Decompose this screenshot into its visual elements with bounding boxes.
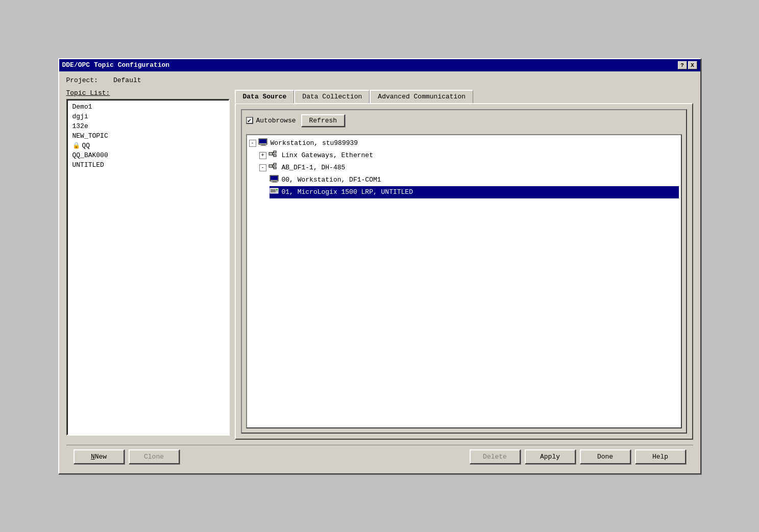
computer-icon <box>258 138 268 148</box>
lock-icon: 🔒 <box>72 142 80 149</box>
topic-item-qq[interactable]: 🔒 QQ <box>68 141 228 150</box>
svg-rect-21 <box>276 191 278 192</box>
footer-row: NNew Clone Delete Apply Done Help <box>66 445 693 468</box>
main-content: Topic List: Demo1 dgji 132e NEW_TOPIC 🔒 … <box>66 89 693 440</box>
svg-rect-16 <box>273 181 277 182</box>
clone-button[interactable]: Clone <box>129 449 180 464</box>
ws-df1-label: 00, Workstation, DF1-COM1 <box>282 176 381 184</box>
delete-button[interactable]: Delete <box>470 449 521 464</box>
tree-node-workstation[interactable]: - Workstation, stu989939 <box>249 137 679 149</box>
svg-rect-9 <box>269 165 273 167</box>
tab-data-source[interactable]: Data Source <box>235 90 295 104</box>
apply-button[interactable]: Apply <box>525 449 576 464</box>
micrologix-label: 01, MicroLogix 1500 LRP, UNTITLED <box>282 188 413 196</box>
plc-icon <box>270 187 280 197</box>
topic-item-dgji[interactable]: dgji <box>68 112 228 121</box>
autobrowse-text: Autobrowse <box>256 117 296 124</box>
monitor-icon-ws <box>270 175 280 185</box>
topic-item-qq-bak[interactable]: QQ_BAK000 <box>68 150 228 160</box>
title-bar-buttons: ? X <box>678 61 697 69</box>
title-bar: DDE/OPC Topic Configuration ? X <box>59 59 700 71</box>
help-title-button[interactable]: ? <box>678 61 687 69</box>
linx-label: Linx Gateways, Ethernet <box>282 151 373 159</box>
tree-node-micrologix[interactable]: 01, MicroLogix 1500 LRP, UNTITLED <box>270 186 679 198</box>
abdf1-label: AB_DF1-1, DH-485 <box>282 164 346 171</box>
svg-rect-11 <box>274 167 276 169</box>
svg-rect-1 <box>259 139 266 143</box>
window-title: DDE/OPC Topic Configuration <box>62 61 170 69</box>
autobrowse-row: ✔ Autobrowse Refresh <box>246 114 682 127</box>
help-label: Help <box>652 453 668 461</box>
svg-rect-15 <box>271 176 278 180</box>
expander-workstation[interactable]: - <box>249 140 256 147</box>
topic-list-label: Topic List: <box>66 89 230 97</box>
project-row: Project: Default <box>66 77 693 84</box>
close-title-button[interactable]: X <box>688 61 697 69</box>
expander-linx[interactable]: + <box>259 152 266 159</box>
network-icon-linx <box>268 150 280 161</box>
help-button[interactable]: Help <box>635 449 686 464</box>
tab-inner: ✔ Autobrowse Refresh - <box>241 109 687 434</box>
svg-rect-10 <box>274 163 276 165</box>
autobrowse-checkbox[interactable]: ✔ <box>246 117 253 124</box>
project-value: Default <box>113 77 141 84</box>
main-window: DDE/OPC Topic Configuration ? X Project:… <box>58 58 701 474</box>
workstation-label: Workstation, stu989939 <box>271 139 358 147</box>
refresh-button[interactable]: Refresh <box>301 114 346 127</box>
svg-rect-5 <box>274 151 276 153</box>
network-icon-abdf1 <box>268 163 280 173</box>
footer-right: Delete Apply Done Help <box>470 449 686 464</box>
svg-rect-17 <box>272 182 278 183</box>
project-label: Project: <box>66 77 98 84</box>
svg-rect-4 <box>269 153 273 155</box>
tree-node-ws-df1[interactable]: 00, Workstation, DF1-COM1 <box>270 174 679 186</box>
done-button[interactable]: Done <box>580 449 631 464</box>
svg-rect-3 <box>260 145 266 146</box>
tree-node-linx[interactable]: + Linx <box>259 149 679 162</box>
svg-rect-19 <box>271 189 276 192</box>
svg-rect-20 <box>276 189 278 190</box>
topic-item-132e[interactable]: 132e <box>68 121 228 131</box>
done-label: Done <box>597 453 613 461</box>
topic-item-new-topic[interactable]: NEW_TOPIC <box>68 131 228 141</box>
tab-content-data-source: ✔ Autobrowse Refresh - <box>235 103 693 440</box>
autobrowse-label[interactable]: ✔ Autobrowse <box>246 117 296 124</box>
tab-data-collection[interactable]: Data Collection <box>294 90 370 104</box>
footer-left: NNew Clone <box>74 449 180 464</box>
tab-advanced-communication[interactable]: Advanced Communication <box>370 90 473 104</box>
topic-item-demo1[interactable]: Demo1 <box>68 102 228 112</box>
right-panel: Data Source Data Collection Advanced Com… <box>235 89 693 440</box>
window-body: Project: Default Topic List: Demo1 dgji … <box>59 71 700 473</box>
new-button[interactable]: NNew <box>74 449 125 464</box>
apply-label: Apply <box>540 453 560 461</box>
expander-abdf1[interactable]: - <box>259 164 266 171</box>
svg-rect-6 <box>274 155 276 157</box>
tabs-container: Data Source Data Collection Advanced Com… <box>235 89 693 103</box>
topic-item-untitled[interactable]: UNTITLED <box>68 160 228 170</box>
svg-rect-2 <box>261 144 265 145</box>
clone-label: Clone <box>144 453 164 461</box>
tree-panel[interactable]: - Workstation, stu989939 <box>246 134 682 428</box>
topic-list-box[interactable]: Demo1 dgji 132e NEW_TOPIC 🔒 QQ QQ_BAK000… <box>66 99 230 436</box>
tree-node-abdf1[interactable]: - AB_DF <box>259 162 679 174</box>
left-panel: Topic List: Demo1 dgji 132e NEW_TOPIC 🔒 … <box>66 89 230 440</box>
delete-label: Delete <box>483 453 507 461</box>
